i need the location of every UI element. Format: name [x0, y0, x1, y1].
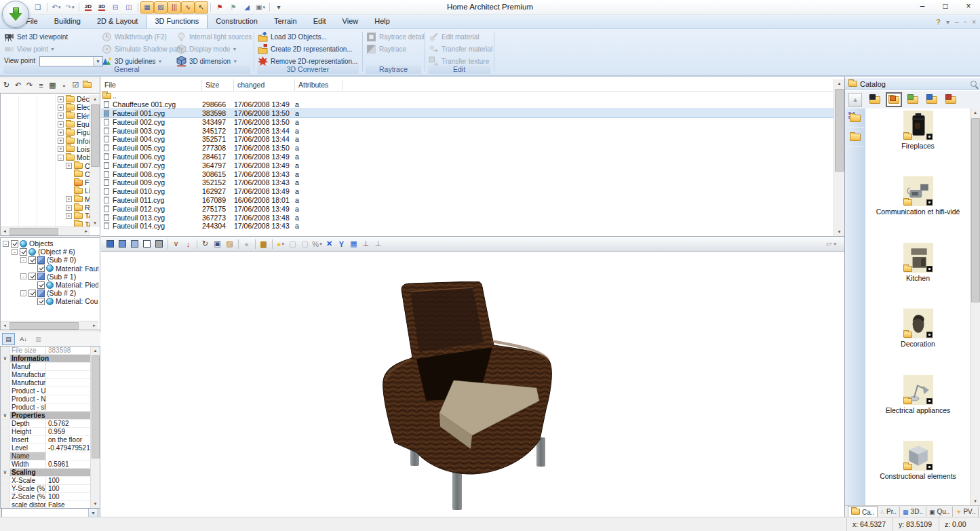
collapse-chevron-icon[interactable]: ∨	[1, 355, 10, 362]
catalog-item-electrical-appliances[interactable]: Electrical appliances	[865, 375, 971, 414]
checkbox-checked-icon[interactable]	[37, 264, 45, 272]
catalog-up-icon[interactable]: ▲	[848, 93, 862, 107]
application-menu-button[interactable]	[2, 1, 29, 28]
create-2d-representation-button[interactable]: Create 2D representation...	[258, 43, 353, 54]
expand-toggle-icon[interactable]: +	[66, 196, 72, 202]
roof-wedge-icon[interactable]: ◢	[240, 1, 254, 14]
minimize-button[interactable]: –	[918, 1, 927, 11]
small-icons-icon[interactable]: ▫	[59, 80, 69, 91]
tree-item-el-men-2[interactable]: +Elémen	[1, 112, 90, 120]
copy-page-icon[interactable]: ▣▾	[254, 1, 267, 14]
viewport-layout-icon[interactable]: ▱▾	[826, 239, 836, 248]
file-row-chauffeuse-001-cyg[interactable]: Chauffeuse 001.cyg29866617/06/2008 13:49…	[101, 100, 834, 109]
scrollbar-thumb[interactable]	[9, 322, 79, 330]
catalog-item-fireplaces[interactable]: Fireplaces	[865, 111, 971, 150]
scroll-right-icon[interactable]: ▸	[82, 227, 90, 235]
file-row-fauteuil-001-cyg[interactable]: Fauteuil 001.cyg38359817/06/2008 13:50a	[101, 109, 834, 118]
scroll-up-icon[interactable]: ▴	[971, 109, 980, 117]
object-node-sub-0[interactable]: -(Sub # 0)	[1, 256, 98, 264]
load-3d-objects-button[interactable]: Load 3D Objects...	[258, 31, 327, 42]
selection-arrow-icon[interactable]: ↖	[195, 1, 208, 14]
select-mode-icon[interactable]: ☑	[71, 80, 81, 91]
collapse-chevron-icon[interactable]: ∨	[1, 412, 10, 419]
display-wireframe-icon[interactable]	[141, 238, 153, 250]
scroll-down-icon[interactable]: ▾	[834, 228, 844, 236]
folder-view-icon[interactable]	[82, 80, 92, 91]
object-node-material-fauteu[interactable]: +Material: Fauteu	[1, 264, 98, 273]
expand-toggle-icon[interactable]: +	[66, 213, 72, 219]
tree-item-ch-9[interactable]: +Ch	[1, 170, 90, 178]
property-row-level[interactable]: Level-0.479479521512	[1, 444, 100, 452]
drop-object-icon[interactable]: ↓	[182, 238, 194, 250]
expand-toggle-icon[interactable]: +	[66, 163, 72, 169]
tree-item-me-12[interactable]: +Me	[1, 195, 90, 203]
expand-toggle-icon[interactable]: -	[20, 257, 26, 263]
fit-view-icon[interactable]: ✕	[324, 238, 335, 250]
catalog-bottom-tab-pr[interactable]: ∴Pr..	[878, 507, 900, 517]
set-3d-viewpoint-button[interactable]: Set 3D viewpoint	[4, 31, 68, 42]
property-row-z-scale[interactable]: Z-Scale (%)100	[1, 493, 100, 501]
checkbox-checked-icon[interactable]	[20, 248, 27, 256]
catalog-tab-furnishings[interactable]	[867, 92, 883, 107]
redo-icon[interactable]: ↷▾	[63, 1, 77, 14]
catalog-tab-textures[interactable]	[905, 92, 921, 107]
scroll-down-icon[interactable]: ▾	[90, 219, 100, 227]
display-textured-icon[interactable]	[104, 238, 116, 250]
object-node-sub-1[interactable]: -(Sub # 1)	[1, 273, 98, 281]
categorized-icon[interactable]: ▤	[2, 333, 15, 345]
scrollbar-thumb[interactable]	[92, 355, 100, 458]
scrollbar-thumb[interactable]	[91, 104, 100, 167]
expand-toggle-icon[interactable]: +	[58, 113, 64, 119]
search-icon[interactable]	[971, 81, 977, 87]
catalog-bottom-tab-pv[interactable]: ☀PV..	[953, 507, 979, 517]
display-hidden-line-icon[interactable]	[153, 238, 165, 250]
expand-toggle-icon[interactable]: +	[58, 96, 64, 102]
tree-item-figuran-4[interactable]: +Figuran	[1, 128, 90, 136]
view-2d-icon[interactable]: 2D	[81, 1, 95, 14]
object-node-material-pieds[interactable]: +Material: Pieds	[1, 281, 98, 289]
tab-view[interactable]: View	[334, 14, 367, 28]
file-row-fauteuil-008-cyg[interactable]: Fauteuil 008.cyg30861517/06/2008 13:43a	[101, 170, 834, 178]
scroll-right-icon[interactable]: ▸	[90, 321, 98, 330]
expand-toggle-icon[interactable]: -	[20, 290, 26, 296]
save-view-icon[interactable]: ▣	[212, 238, 223, 250]
expand-toggle-icon[interactable]: +	[58, 130, 64, 136]
3d-dimension-button[interactable]: 3D dimension▼	[176, 56, 237, 66]
display-semi-transparent-icon[interactable]	[129, 238, 140, 250]
expand-toggle-icon[interactable]: -	[12, 249, 18, 255]
catalog-sorted-folder-icon[interactable]: B AD C	[846, 110, 864, 127]
file-row-fauteuil-003-cyg[interactable]: Fauteuil 003.cyg34517217/06/2008 13:44a	[101, 126, 834, 135]
property-pages-icon[interactable]: ▥	[32, 333, 45, 345]
objects-tree-horizontal-scrollbar[interactable]: ◂ ▸	[1, 321, 98, 330]
scroll-left-icon[interactable]: ◂	[1, 321, 9, 330]
tab-construction[interactable]: Construction	[208, 14, 266, 28]
file-row-fauteuil-005-cyg[interactable]: Fauteuil 005.cyg27730817/06/2008 13:50a	[101, 144, 834, 153]
tab-2d-layout[interactable]: 2D & Layout	[89, 14, 146, 28]
checkbox-checked-icon[interactable]	[28, 273, 36, 280]
grid-toggle-icon[interactable]: ▦	[140, 1, 154, 14]
checkbox-checked-icon[interactable]	[28, 290, 36, 297]
expand-toggle-icon[interactable]: -	[20, 273, 26, 279]
object-box-icon[interactable]: ▆	[258, 238, 269, 250]
flag-red-icon[interactable]: ⚑	[213, 1, 227, 14]
property-row-x-scale[interactable]: X-Scale100	[1, 477, 100, 485]
catalog-bottom-tab-qu[interactable]: ▣Qu..	[926, 507, 953, 517]
property-row-height[interactable]: Height0.959	[1, 428, 100, 436]
light-sources-icon[interactable]: ●▾	[275, 238, 286, 250]
property-row-y-scale[interactable]: Y-Scale (%)100	[1, 485, 100, 493]
object-node-material-coussi[interactable]: +Material: Coussi	[1, 297, 98, 305]
file-row-fauteuil-004-cyg[interactable]: Fauteuil 004.cyg35257117/06/2008 13:44a	[101, 135, 834, 144]
folder-tree-horizontal-scrollbar[interactable]: ◂ ▸	[1, 227, 90, 235]
expand-toggle-icon[interactable]: +	[58, 121, 64, 127]
column-header-attributes[interactable]: Attributes	[295, 79, 342, 91]
tree-item-loisirs-6[interactable]: +Loisirs	[1, 145, 90, 153]
child-close-icon[interactable]: ×	[972, 18, 976, 26]
tab-edit[interactable]: Edit	[305, 14, 334, 28]
checkbox-checked-icon[interactable]	[37, 298, 45, 305]
file-row-fauteuil-012-cyg[interactable]: Fauteuil 012.cyg27517517/06/2008 13:49a	[101, 204, 834, 213]
property-row-insert[interactable]: Inserton the floor	[1, 436, 100, 444]
expand-toggle-icon[interactable]: +	[58, 104, 64, 111]
list-view-icon[interactable]: ≡	[36, 80, 46, 91]
grid-table-icon[interactable]: ▦	[348, 238, 359, 250]
tab-building[interactable]: Building	[46, 14, 89, 28]
